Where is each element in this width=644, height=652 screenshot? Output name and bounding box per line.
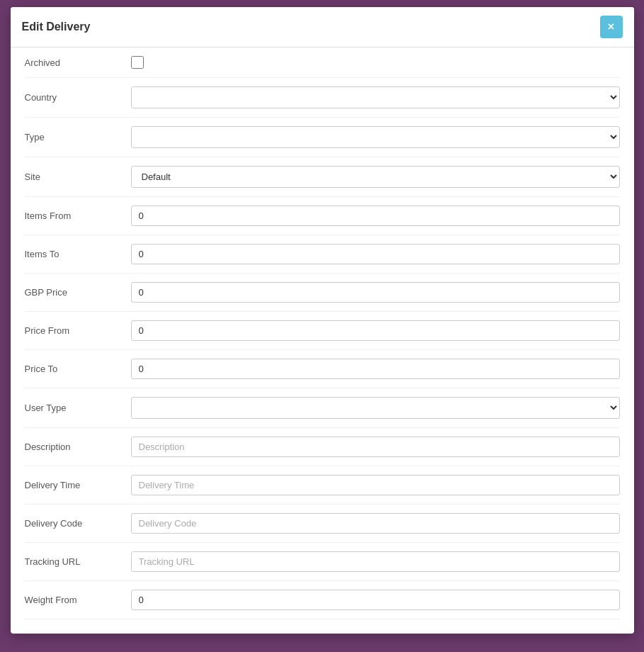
label-site: Site (25, 172, 131, 182)
form-row-items-to: Items To (25, 235, 620, 274)
form-row-delivery-code: Delivery Code (25, 505, 620, 543)
form-row-gbp-price: GBP Price (25, 274, 620, 312)
form-row-archived: Archived (25, 47, 620, 78)
label-items-to: Items To (25, 249, 131, 259)
items-to-input[interactable] (131, 244, 620, 264)
modal-body: Archived Country Type Site Default (11, 47, 634, 634)
label-type: Type (25, 132, 131, 142)
delivery-time-input[interactable] (131, 475, 620, 495)
form-row-price-from: Price From (25, 312, 620, 350)
form-row-price-to: Price To (25, 350, 620, 388)
edit-delivery-modal: Edit Delivery × Archived Country Type (11, 7, 634, 634)
form-row-country: Country (25, 78, 620, 118)
modal-header: Edit Delivery × (11, 7, 634, 47)
form-row-site: Site Default (25, 157, 620, 197)
user-type-select[interactable] (131, 397, 620, 419)
label-gbp-price: GBP Price (25, 287, 131, 298)
label-items-from: Items From (25, 210, 131, 221)
label-weight-from: Weight From (25, 595, 131, 605)
label-price-to: Price To (25, 364, 131, 374)
form-row-delivery-time: Delivery Time (25, 466, 620, 505)
form-row-weight-from: Weight From (25, 581, 620, 619)
delivery-code-input[interactable] (131, 513, 620, 534)
label-archived: Archived (25, 57, 131, 68)
description-input[interactable] (131, 437, 620, 457)
items-from-input[interactable] (131, 206, 620, 226)
archived-checkbox[interactable] (131, 56, 144, 69)
country-select[interactable] (131, 86, 620, 108)
label-description: Description (25, 442, 131, 452)
form-row-description: Description (25, 428, 620, 466)
price-from-input[interactable] (131, 320, 620, 341)
label-price-from: Price From (25, 325, 131, 336)
form-row-items-from: Items From (25, 197, 620, 235)
label-user-type: User Type (25, 403, 131, 413)
gbp-price-input[interactable] (131, 282, 620, 303)
tracking-url-input[interactable] (131, 551, 620, 572)
form-row-tracking-url: Tracking URL (25, 543, 620, 581)
form-row-user-type: User Type (25, 388, 620, 428)
modal-title: Edit Delivery (22, 21, 91, 33)
weight-from-input[interactable] (131, 590, 620, 610)
site-select[interactable]: Default (131, 166, 620, 188)
close-button[interactable]: × (600, 16, 623, 38)
label-country: Country (25, 92, 131, 103)
type-select[interactable] (131, 126, 620, 148)
label-tracking-url: Tracking URL (25, 556, 131, 567)
form-row-type: Type (25, 118, 620, 157)
label-delivery-code: Delivery Code (25, 518, 131, 529)
price-to-input[interactable] (131, 359, 620, 379)
label-delivery-time: Delivery Time (25, 480, 131, 490)
checkbox-wrapper-archived (131, 56, 144, 69)
